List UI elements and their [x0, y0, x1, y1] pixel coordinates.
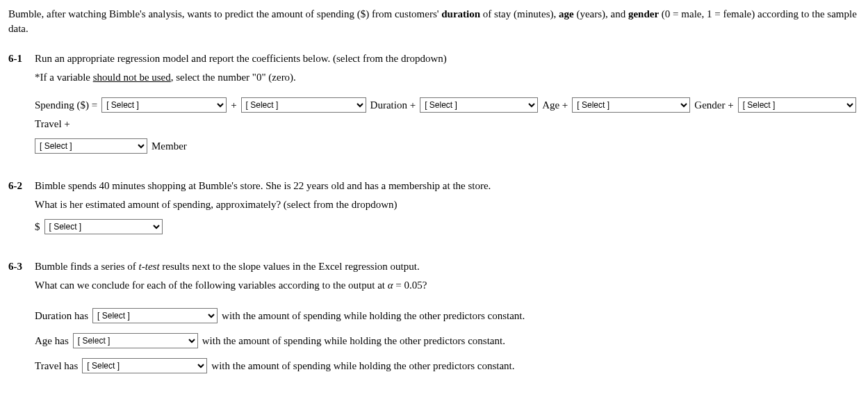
equation-var-member: Member: [152, 139, 187, 154]
select-coef-gender[interactable]: [ Select ]: [572, 97, 690, 113]
travel-label: Travel has: [35, 359, 78, 373]
question-text: What can we conclude for each of the fol…: [35, 278, 860, 293]
equation-var-travel: Travel +: [35, 117, 70, 131]
intro-text: (years), and: [574, 8, 628, 19]
select-age-conclusion[interactable]: [ Select ]: [73, 333, 198, 348]
select-coef-travel[interactable]: [ Select ]: [738, 97, 856, 113]
underlined-text: should not be used: [93, 72, 171, 83]
age-label: Age has: [35, 334, 69, 348]
dollar-sign: $: [35, 220, 40, 234]
equation-var-duration: Duration +: [370, 98, 416, 113]
duration-label: Duration has: [35, 309, 88, 323]
intro-bold-gender: gender: [628, 8, 659, 19]
alpha-symbol: α: [388, 280, 393, 291]
question-number: 6-1: [8, 51, 28, 66]
select-duration-conclusion[interactable]: [ Select ]: [92, 308, 218, 323]
question-text: Bumble finds a series of t-test results …: [35, 259, 860, 274]
question-number: 6-3: [8, 259, 28, 274]
question-text: Bimble spends 40 minutes shopping at Bum…: [35, 179, 860, 193]
equation-lhs: Spending ($) =: [35, 98, 97, 113]
conclusion-tail: with the amount of spending while holdin…: [202, 334, 505, 348]
select-intercept[interactable]: [ Select ]: [101, 97, 227, 113]
select-coef-age[interactable]: [ Select ]: [420, 97, 538, 113]
intro-text: Bumble, after watching Bimble's analysis…: [8, 8, 441, 19]
question-note: *If a variable should not be used, selec…: [35, 70, 860, 85]
intro-text: of stay (minutes),: [480, 8, 559, 19]
intro-bold-age: age: [559, 8, 574, 19]
select-coef-duration[interactable]: [ Select ]: [241, 97, 366, 113]
conclusion-tail: with the amount of spending while holdin…: [222, 309, 525, 323]
question-6-1: 6-1 Run an appropriate regression model …: [8, 51, 860, 161]
equation-var-age: Age +: [542, 98, 568, 113]
equation-plus: +: [231, 98, 236, 113]
select-coef-member[interactable]: [ Select ]: [35, 138, 147, 154]
question-6-2: 6-2 Bimble spends 40 minutes shopping at…: [8, 179, 860, 241]
conclusion-tail: with the amount of spending while holdin…: [211, 359, 514, 373]
intro-paragraph: Bumble, after watching Bimble's analysis…: [8, 7, 860, 36]
question-number: 6-2: [8, 179, 28, 193]
ttest-italic: t-test: [139, 261, 160, 272]
question-text: Run an appropriate regression model and …: [35, 51, 860, 66]
select-estimated-spending[interactable]: [ Select ]: [44, 219, 163, 234]
select-travel-conclusion[interactable]: [ Select ]: [82, 358, 207, 373]
intro-bold-duration: duration: [441, 8, 480, 19]
question-6-3: 6-3 Bumble finds a series of t-test resu…: [8, 259, 860, 380]
question-text: What is her estimated amount of spending…: [35, 197, 860, 212]
equation-var-gender: Gender +: [694, 98, 733, 113]
